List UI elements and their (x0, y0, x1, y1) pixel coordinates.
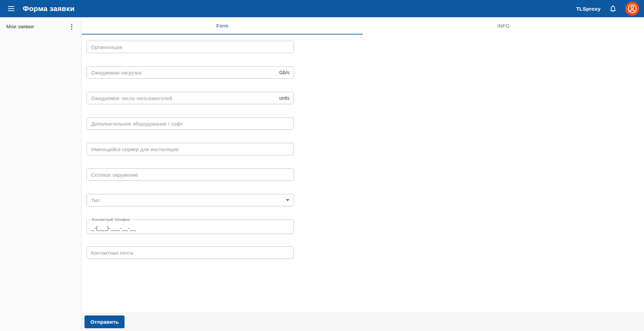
network-environment-input[interactable] (91, 172, 289, 178)
contact-phone-field: Контактный телефон _-(___)-___-__-__ (87, 220, 294, 234)
active-tab-indicator (82, 34, 363, 35)
notifications-button[interactable] (606, 2, 620, 16)
page-title: Форма заявки (23, 4, 75, 13)
tab-info[interactable]: INFO (363, 17, 644, 35)
main-area: Form INFO Gb/s units (82, 17, 644, 331)
submit-button[interactable]: Отправить (85, 315, 125, 328)
network-environment-field (87, 168, 294, 181)
additional-equipment-field (87, 117, 294, 130)
tab-form[interactable]: Form (82, 17, 363, 35)
tab-bar: Form INFO (82, 17, 644, 35)
organization-field (87, 41, 294, 53)
contact-phone-input[interactable]: _-(___)-___-__-__ (91, 223, 136, 231)
app-body: Мои заявки ⋮ Form INFO Gb/s (0, 17, 644, 331)
sidebar-item-my-requests[interactable]: Мои заявки ⋮ (0, 17, 81, 35)
brand-label: TLSproxy (576, 6, 601, 12)
expected-load-input[interactable] (91, 70, 276, 76)
organization-input[interactable] (91, 44, 289, 50)
form-footer: Отправить (82, 312, 644, 331)
type-select[interactable] (87, 194, 294, 206)
contact-email-field (87, 246, 294, 259)
expected-users-field: units (87, 92, 294, 104)
type-select-input[interactable] (91, 197, 283, 203)
existing-server-field (87, 143, 294, 155)
account-circle-icon (627, 3, 637, 14)
contact-email-input[interactable] (91, 250, 289, 256)
expected-users-input[interactable] (91, 95, 276, 101)
existing-server-input[interactable] (91, 146, 289, 152)
app-bar: Форма заявки TLSproxy (0, 0, 644, 17)
more-options-button[interactable]: ⋮ (66, 20, 78, 32)
contact-phone-label: Контактный телефон (90, 217, 131, 222)
bell-icon (609, 4, 617, 13)
kebab-icon: ⋮ (69, 23, 75, 30)
avatar[interactable] (625, 2, 639, 16)
sidebar: Мои заявки ⋮ (0, 17, 82, 331)
form-content: Gb/s units Контактный телефон _- (82, 35, 644, 312)
sidebar-item-label: Мои заявки (6, 23, 34, 29)
unit-suffix-gbs: Gb/s (279, 70, 289, 75)
chevron-down-icon (286, 199, 289, 201)
unit-suffix-units: units (279, 95, 289, 101)
menu-button[interactable] (4, 2, 18, 16)
expected-load-field: Gb/s (87, 66, 294, 79)
hamburger-icon (8, 6, 14, 11)
additional-equipment-input[interactable] (91, 121, 289, 127)
